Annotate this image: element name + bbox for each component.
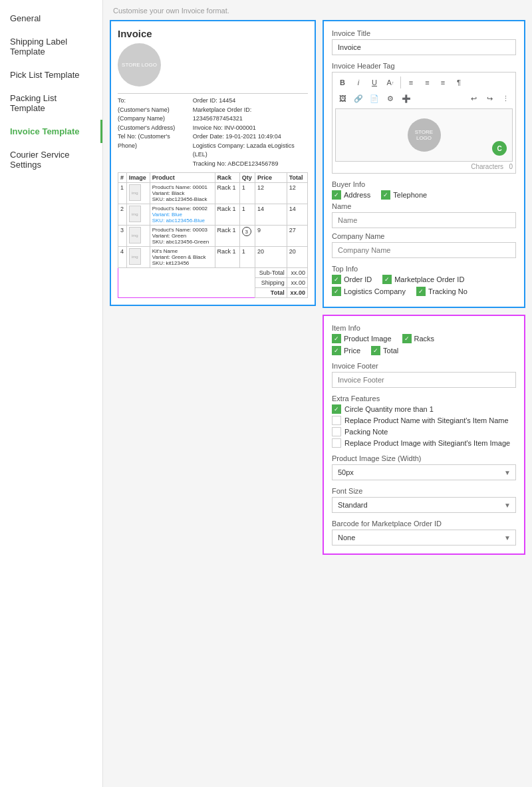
packing-note-checkbox[interactable] [332,427,341,436]
sidebar-item-packing-list[interactable]: Packing List Template [0,86,102,120]
barcode-select[interactable]: None QR Code Barcode [332,530,516,546]
rte-list-btn[interactable]: ≡ [436,75,450,90]
to-label: To: [118,96,190,106]
rte-italic-btn[interactable]: i [351,75,366,90]
rte-char-count: Characters 0 [335,163,513,170]
total-checkbox[interactable]: ✓ [371,346,380,355]
row-price: 14 [255,204,287,226]
rte-doc-btn[interactable]: 📄 [367,91,382,106]
price-checkbox[interactable]: ✓ [332,346,341,355]
company-name-field-group: Company Name [332,232,516,258]
product-image-size-select[interactable]: 25px 50px 75px 100px [332,464,516,480]
tracking-no-checkbox-item[interactable]: ✓ Tracking No [416,287,467,296]
tel-label: Tel No: (Customer's Phone) [118,132,190,150]
rte-settings-btn[interactable]: ⚙ [383,91,398,106]
row-image: img [126,226,150,247]
product-image-size-wrapper: 25px 50px 75px 100px ▼ [332,464,516,480]
col-total: Total [287,173,307,183]
rte-align-center-btn[interactable]: ≡ [420,75,434,90]
row-total: 14 [287,204,307,226]
top-info-section: Top Info ✓ Order ID ✓ Marketplace Order … [332,265,516,296]
rte-undo-btn[interactable]: ↩ [466,91,481,106]
order-id-checkbox-item[interactable]: ✓ Order ID [332,275,372,284]
rte-redo-btn[interactable]: ↪ [482,91,497,106]
company-name-input[interactable] [332,242,516,258]
circle-qty-checkbox[interactable]: ✓ [332,404,341,414]
racks-label: Racks [414,335,435,343]
rte-toolbar: B i U A↑ ≡ ≡ ≡ ¶ 🖼 🔗 [332,72,516,174]
shipping-row: Shipping xx.00 [118,278,308,288]
product-image-checkbox-item[interactable]: ✓ Product Image [332,334,392,343]
telephone-checkbox-item[interactable]: ✓ Telephone [381,190,427,200]
rte-link-btn[interactable]: 🔗 [351,91,366,106]
price-label: Price [344,347,360,355]
order-date: Order Date: 19-01-2021 10:49:04 [193,132,308,142]
name-input[interactable] [332,212,516,228]
sidebar-item-invoice-template[interactable]: Invoice Template [0,120,102,143]
telephone-checkbox[interactable]: ✓ [381,190,390,200]
replace-product-name-item[interactable]: Replace Product Name with Sitegiant's It… [332,416,516,425]
rte-more-btn[interactable]: ⋮ [498,91,513,106]
invoice-title-input[interactable] [332,39,516,55]
sidebar-item-courier-service[interactable]: Courier Service Settings [0,143,102,176]
company-name-label: Company Name [332,232,516,240]
item-info-label: Item Info [332,324,516,332]
packing-note-label: Packing Note [344,428,388,436]
sidebar-item-shipping-label[interactable]: Shipping Label Template [0,30,102,63]
order-id-checkbox[interactable]: ✓ [332,275,341,284]
col-num: # [118,173,127,183]
rte-paragraph-btn[interactable]: ¶ [452,75,466,90]
row-num: 3 [118,226,127,247]
logistics: Logistics Company: Lazada eLogistics (LE… [193,142,308,160]
marketplace-order-id-label: Marketplace Order ID [394,275,464,283]
font-size-label: Font Size [332,487,516,495]
rte-image-btn[interactable]: 🖼 [335,91,350,106]
racks-checkbox[interactable]: ✓ [402,334,412,343]
marketplace-order-id-checkbox-item[interactable]: ✓ Marketplace Order ID [382,275,464,284]
page-subtitle: Customise your own Invoice format. [113,7,525,15]
packing-note-item[interactable]: Packing Note [332,427,516,436]
replace-product-name-checkbox[interactable] [332,416,341,425]
marketplace-order-id-checkbox[interactable]: ✓ [382,275,392,284]
invoice-footer-input[interactable] [332,372,516,388]
row-qty: 1 [239,204,255,226]
name-label: Name [332,202,516,210]
rte-row-1: B i U A↑ ≡ ≡ ≡ ¶ [335,75,513,90]
logistics-company-checkbox[interactable]: ✓ [332,287,341,296]
product-image-checkbox[interactable]: ✓ [332,334,341,343]
rte-bold-btn[interactable]: B [335,75,350,90]
total-checkbox-item[interactable]: ✓ Total [371,346,398,355]
price-checkbox-item[interactable]: ✓ Price [332,346,360,355]
invoice-preview: Invoice STORE LOGO To: (Customer's Name)… [110,20,316,306]
order-id: Order ID: 14454 [193,96,308,106]
barcode-section: Barcode for Marketplace Order ID None QR… [332,520,516,546]
address-checkbox-item[interactable]: ✓ Address [332,190,370,200]
circle-qty-item[interactable]: ✓ Circle Quantity more than 1 [332,404,516,414]
row-num: 2 [118,204,127,226]
invoice-table: # Image Product Rack Qty Price Total 1 i… [118,172,308,298]
sidebar-item-general[interactable]: General [0,7,102,30]
racks-checkbox-item[interactable]: ✓ Racks [402,334,435,343]
replace-product-image-checkbox[interactable] [332,438,341,448]
font-size-select[interactable]: Small Standard Large [332,497,516,513]
total-row: Total xx.00 [118,288,308,298]
tracking-no-checkbox[interactable]: ✓ [416,287,426,296]
customer-name: (Customer's Name) [118,106,190,115]
logistics-company-checkbox-item[interactable]: ✓ Logistics Company [332,287,406,296]
table-row: 3 img Product's Name: 00003Variant: Gree… [118,226,308,247]
address-checkbox[interactable]: ✓ [332,190,341,200]
right-panel: Invoice Title Invoice Header Tag B i U A… [323,20,525,555]
row-num: 4 [118,247,127,268]
replace-product-image-item[interactable]: Replace Product Image with Sitegiant's I… [332,438,516,448]
row-total: 12 [287,183,307,204]
rte-divider-1 [400,77,401,88]
rte-align-left-btn[interactable]: ≡ [404,75,418,90]
buyer-info-label: Buyer Info [332,180,516,188]
rte-add-btn[interactable]: ➕ [399,91,414,106]
col-image: Image [126,173,150,183]
blue-panel: Invoice Title Invoice Header Tag B i U A… [323,20,525,308]
rte-font-color-btn[interactable]: A↑ [383,75,398,90]
rte-underline-btn[interactable]: U [367,75,382,90]
sidebar-item-pick-list[interactable]: Pick List Template [0,63,102,86]
product-image-size-label: Product Image Size (Width) [332,454,516,462]
